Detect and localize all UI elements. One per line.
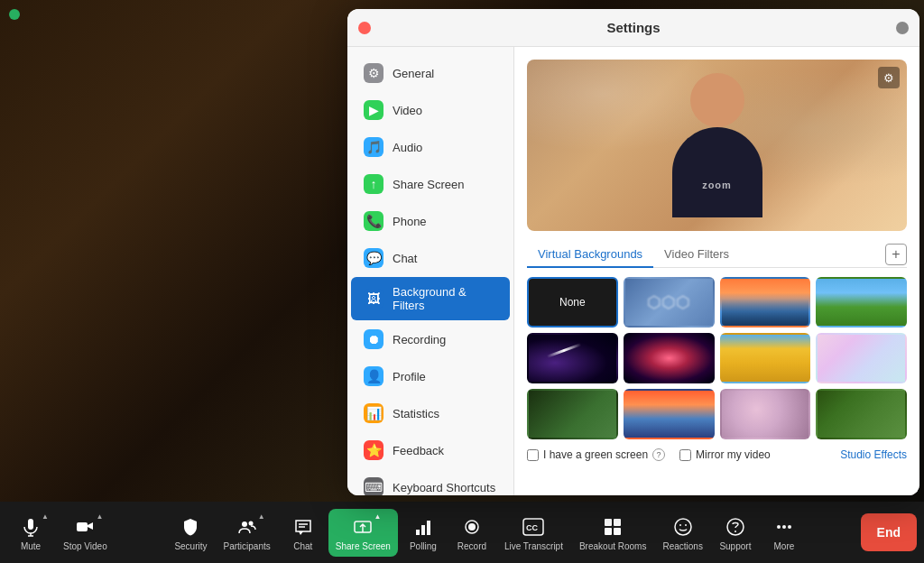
chat-icon (291, 514, 316, 540)
mute-icon: ▲ (18, 514, 43, 540)
recording-icon: ⏺ (364, 329, 383, 349)
svg-point-18 (675, 519, 691, 535)
bg-leaves[interactable] (527, 389, 618, 439)
tab-virtual-backgrounds[interactable]: Virtual Backgrounds (527, 242, 653, 268)
settings-header: Settings (347, 9, 919, 47)
support-button[interactable]: Support (712, 509, 759, 557)
sidebar-label-chat: Chat (393, 252, 417, 265)
svg-rect-0 (28, 519, 33, 530)
sidebar-item-profile[interactable]: 👤 Profile (351, 358, 510, 394)
breakout-rooms-button[interactable]: Breakout Rooms (572, 509, 653, 557)
close-button[interactable] (358, 22, 371, 34)
bg-blur[interactable]: ⬡⬡⬡ (624, 277, 715, 328)
status-indicator (9, 9, 20, 20)
camera-person: zoom (527, 60, 907, 231)
green-screen-label: I have a green screen (543, 448, 648, 461)
share-screen-label: Share Screen (336, 541, 391, 551)
bg-field[interactable] (816, 277, 907, 328)
background-tabs: Virtual Backgrounds Video Filters + (527, 242, 907, 268)
add-background-button[interactable]: + (885, 244, 907, 265)
participants-icon: ▲ (235, 514, 260, 540)
toolbar-right: End (861, 513, 917, 551)
participants-button[interactable]: ▲ Participants (217, 509, 278, 557)
reactions-icon (670, 514, 696, 540)
sidebar-label-video: Video (393, 104, 422, 117)
sidebar-item-general[interactable]: ⚙ General (351, 55, 510, 91)
sidebar-item-video[interactable]: ▶ Video (351, 92, 510, 128)
bg-none[interactable]: None (527, 277, 618, 328)
sidebar-item-audio[interactable]: 🎵 Audio (351, 129, 510, 165)
green-screen-option[interactable]: I have a green screen ? (527, 448, 665, 461)
record-button[interactable]: Record (448, 509, 495, 557)
studio-effects-link[interactable]: Studio Effects (840, 448, 907, 461)
chat-toolbar-button[interactable]: Chat (280, 509, 327, 557)
sidebar-item-background[interactable]: 🖼 Background & Filters (351, 277, 510, 320)
tab-video-filters[interactable]: Video Filters (653, 242, 740, 268)
sidebar-item-keyboard[interactable]: ⌨ Keyboard Shortcuts (351, 469, 510, 495)
breakout-rooms-label: Breakout Rooms (579, 541, 646, 551)
green-screen-help[interactable]: ? (652, 448, 665, 461)
bg-none-label: None (559, 296, 586, 309)
more-icon (772, 514, 797, 540)
end-button[interactable]: End (861, 513, 917, 551)
mute-label: Mute (21, 541, 41, 551)
svg-point-22 (735, 531, 736, 532)
bg-blur-label: ⬡⬡⬡ (647, 292, 690, 312)
bg-space[interactable] (527, 333, 618, 383)
background-icon: 🖼 (364, 289, 383, 309)
svg-point-23 (777, 525, 781, 529)
more-button[interactable]: More (761, 509, 808, 557)
polling-button[interactable]: Polling (400, 509, 447, 557)
settings-sidebar: ⚙ General ▶ Video 🎵 Audio ↑ Share Screen… (347, 47, 514, 495)
bg-golden-gate[interactable] (720, 277, 811, 328)
general-icon: ⚙ (364, 63, 383, 83)
person-body: zoom (672, 127, 762, 217)
support-label: Support (719, 541, 751, 551)
bg-sunset[interactable] (624, 389, 715, 439)
stop-video-button[interactable]: ▲ Stop Video (56, 509, 115, 557)
security-button[interactable]: Security (167, 509, 214, 557)
camera-settings-icon[interactable]: ⚙ (878, 67, 900, 88)
sidebar-label-profile: Profile (393, 370, 426, 383)
share-screen-icon: ↑ (364, 174, 383, 194)
settings-panel: Settings ⚙ General ▶ Video 🎵 Audio ↑ (347, 9, 919, 495)
sidebar-item-chat[interactable]: 💬 Chat (351, 240, 510, 276)
live-transcript-button[interactable]: CC Live Transcript (497, 509, 570, 557)
sidebar-label-background: Background & Filters (393, 285, 497, 312)
participants-chevron: ▲ (258, 512, 265, 521)
settings-main: zoom ⚙ Virtual Backgrounds Video Filters… (514, 47, 919, 495)
mute-button[interactable]: ▲ Mute (7, 509, 54, 557)
security-icon (178, 514, 203, 540)
mirror-video-checkbox[interactable] (679, 449, 691, 461)
sidebar-item-phone[interactable]: 📞 Phone (351, 203, 510, 239)
bg-pastel[interactable] (816, 333, 907, 383)
svg-point-11 (468, 523, 476, 531)
toolbar: ▲ Mute ▲ Stop Video Security ▲ P (0, 502, 924, 563)
expand-button[interactable] (896, 22, 909, 34)
share-screen-button[interactable]: ▲ Share Screen (328, 509, 398, 557)
mirror-video-option[interactable]: Mirror my video (679, 448, 771, 461)
record-label: Record (457, 541, 486, 551)
svg-point-19 (679, 524, 681, 526)
sidebar-item-statistics[interactable]: 📊 Statistics (351, 395, 510, 431)
sidebar-label-general: General (393, 67, 434, 80)
bg-plants[interactable] (816, 389, 907, 439)
green-screen-checkbox[interactable] (527, 449, 539, 461)
stop-video-chevron: ▲ (96, 512, 103, 521)
sidebar-item-recording[interactable]: ⏺ Recording (351, 321, 510, 357)
sidebar-item-share-screen[interactable]: ↑ Share Screen (351, 166, 510, 202)
live-transcript-label: Live Transcript (504, 541, 563, 551)
mute-chevron: ▲ (42, 512, 49, 521)
bg-galaxy[interactable] (624, 333, 715, 383)
reactions-button[interactable]: Reactions (655, 509, 709, 557)
person-shape: zoom (663, 73, 772, 217)
chat-icon: 💬 (364, 248, 383, 268)
audio-icon: 🎵 (364, 137, 383, 157)
bg-bokeh[interactable] (720, 389, 811, 439)
sidebar-label-phone: Phone (393, 215, 427, 228)
svg-rect-8 (421, 525, 425, 535)
breakout-rooms-icon (600, 514, 625, 540)
sidebar-item-feedback[interactable]: ⭐ Feedback (351, 432, 510, 468)
record-icon (459, 514, 485, 540)
bg-sunflowers[interactable] (720, 333, 811, 383)
